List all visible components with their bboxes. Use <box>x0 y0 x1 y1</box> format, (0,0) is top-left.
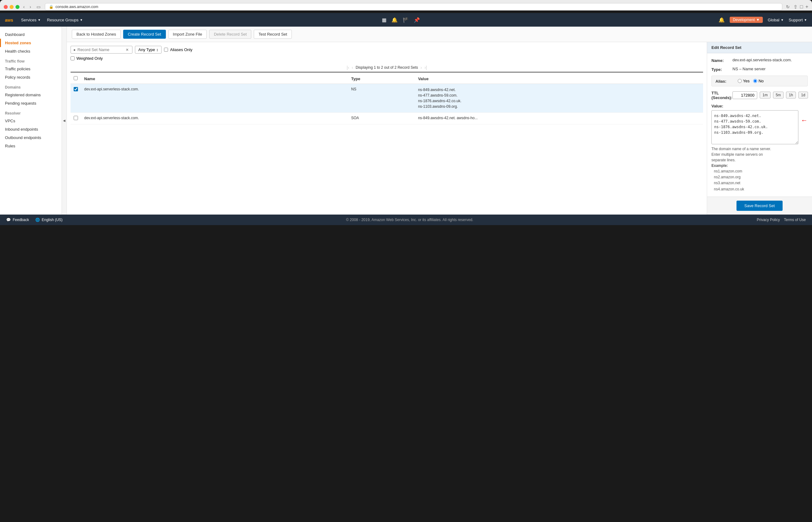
sidebar-item-inbound-endpoints[interactable]: Inbound endpoints <box>0 125 62 134</box>
back-nav-button[interactable]: ‹ <box>22 4 26 10</box>
row-1-checkbox[interactable] <box>74 87 78 91</box>
select-all-checkbox[interactable] <box>74 76 78 80</box>
ttl-1h-button[interactable]: 1h <box>786 92 796 98</box>
flag-icon[interactable]: 🏴 <box>402 17 409 23</box>
prev-page-icon[interactable]: ‹ <box>352 65 353 70</box>
sidebar-item-dashboard[interactable]: Dashboard <box>0 31 62 39</box>
sidebar-item-registered-domains[interactable]: Registered domains <box>0 91 62 99</box>
pin-icon[interactable]: 📌 <box>414 17 420 23</box>
table-row[interactable]: dev.ext-api.serverless-stack.com. SOA ns… <box>70 113 703 124</box>
terms-of-use-link[interactable]: Terms of Use <box>784 218 806 222</box>
value-textarea[interactable]: ns-849.awsdns-42.net. ns-477.awsdns-59.c… <box>711 110 798 144</box>
type-label: Type: <box>711 66 730 72</box>
support-arrow-icon: ▼ <box>804 18 807 22</box>
svg-text:aws: aws <box>5 18 13 23</box>
ttl-1m-button[interactable]: 1m <box>760 92 771 98</box>
url-text: console.aws.amazon.com <box>56 5 98 9</box>
browser-actions: ⇧ □ + <box>793 4 808 10</box>
services-arrow-icon: ▼ <box>38 18 41 22</box>
test-record-set-button[interactable]: Test Record Set <box>254 30 292 39</box>
import-zone-file-button[interactable]: Import Zone File <box>168 30 207 39</box>
first-page-icon[interactable]: |‹ <box>347 65 349 70</box>
language-button[interactable]: 🌐 English (US) <box>35 218 63 222</box>
services-nav[interactable]: Services ▼ <box>21 18 41 22</box>
aws-logo[interactable]: aws <box>5 17 15 23</box>
search-bar: ● ✕ Any Type ↕ Aliases Only <box>70 46 703 54</box>
edit-panel-body: Name: dev.ext-api.serverless-stack.com. … <box>707 53 812 197</box>
share-icon[interactable]: ⇧ <box>793 4 797 10</box>
search-icon: ● <box>73 48 76 52</box>
sidebar-item-rules[interactable]: Rules <box>0 142 62 150</box>
stack-icon[interactable]: ▦ <box>382 17 387 23</box>
search-input[interactable] <box>77 47 124 52</box>
row-2-checkbox[interactable] <box>74 116 78 120</box>
weighted-only-row: Weighted Only <box>70 56 703 61</box>
footer-left: 💬 Feedback 🌐 English (US) <box>6 218 63 222</box>
app-body: Dashboard Hosted zones Health checks Tra… <box>0 27 812 215</box>
sidebar-item-pending-requests[interactable]: Pending requests <box>0 99 62 107</box>
browser-chrome: ‹ › ▭ 🔒 console.aws.amazon.com ↻ ⇧ □ + <box>0 0 812 11</box>
alias-yes-option[interactable]: Yes <box>738 79 749 83</box>
tabs-icon[interactable]: □ <box>800 4 803 10</box>
weighted-checkbox[interactable] <box>70 56 75 60</box>
bell-icon[interactable]: 🔔 <box>392 17 398 23</box>
pagination-text: Displaying 1 to 2 out of 2 Record Sets <box>356 65 418 70</box>
sidebar-collapse-button[interactable]: ◄ <box>62 27 67 215</box>
sidebar-toggle-button[interactable]: ▭ <box>35 4 42 10</box>
environment-badge[interactable]: Development ▼ <box>730 17 763 23</box>
alias-label: Alias: <box>715 78 734 84</box>
notification-bell-icon[interactable]: 🔔 <box>719 17 725 23</box>
address-bar[interactable]: 🔒 console.aws.amazon.com <box>45 3 782 11</box>
edit-panel: Edit Record Set Name: dev.ext-api.server… <box>707 42 812 215</box>
aliases-checkbox[interactable] <box>164 48 168 52</box>
table-row[interactable]: dev.ext-api.serverless-stack.com. NS ns-… <box>70 84 703 113</box>
row-1-value: ns-849.awsdns-42.net.ns-477.awsdns-59.co… <box>415 84 703 113</box>
alias-no-label: No <box>758 79 764 83</box>
sidebar-item-hosted-zones[interactable]: Hosted zones <box>0 39 62 47</box>
type-label: Any Type <box>138 47 155 52</box>
ttl-5m-button[interactable]: 5m <box>773 92 784 98</box>
pagination: |‹ ‹ Displaying 1 to 2 out of 2 Record S… <box>70 63 703 73</box>
example-2: ns2.amazon.org <box>714 174 808 180</box>
sidebar-item-health-checks[interactable]: Health checks <box>0 47 62 55</box>
sidebar-section-traffic-flow: Traffic flow <box>0 55 62 65</box>
create-record-set-button[interactable]: Create Record Set <box>123 30 166 39</box>
back-to-hosted-zones-button[interactable]: Back to Hosted Zones <box>72 30 121 39</box>
global-nav[interactable]: Global ▼ <box>768 18 784 22</box>
search-clear-icon[interactable]: ✕ <box>126 48 129 52</box>
example-3: ns3.amazon.net <box>714 180 808 186</box>
feedback-button[interactable]: 💬 Feedback <box>6 218 29 222</box>
example-values: ns1.amazon.com ns2.amazon.org ns3.amazon… <box>711 168 808 192</box>
ttl-1d-button[interactable]: 1d <box>798 92 808 98</box>
next-page-icon[interactable]: › <box>420 65 422 70</box>
sidebar-item-traffic-policies[interactable]: Traffic policies <box>0 65 62 73</box>
col-header-name: Name <box>81 74 348 84</box>
sidebar-item-outbound-endpoints[interactable]: Outbound endpoints <box>0 134 62 142</box>
alias-no-radio[interactable] <box>753 79 757 83</box>
save-record-set-button[interactable]: Save Record Set <box>736 201 782 211</box>
save-btn-wrap: Save Record Set <box>707 197 812 215</box>
sidebar-item-policy-records[interactable]: Policy records <box>0 73 62 81</box>
support-nav[interactable]: Support ▼ <box>789 18 807 22</box>
hint-line1: The domain name of a name server. <box>711 147 771 151</box>
type-value: NS – Name server <box>732 66 766 71</box>
last-page-icon[interactable]: ›| <box>424 65 427 70</box>
close-button[interactable] <box>4 5 8 9</box>
ttl-input[interactable] <box>732 91 757 99</box>
global-arrow-icon: ▼ <box>781 18 784 22</box>
forward-nav-button[interactable]: › <box>28 4 33 10</box>
refresh-button[interactable]: ↻ <box>785 4 791 10</box>
type-select[interactable]: Any Type ↕ <box>135 46 162 54</box>
alias-yes-radio[interactable] <box>738 79 742 83</box>
fullscreen-button[interactable] <box>16 5 20 9</box>
privacy-policy-link[interactable]: Privacy Policy <box>756 218 780 222</box>
ttl-label: TTL (Seconds): <box>711 90 730 100</box>
add-tab-icon[interactable]: + <box>806 4 808 10</box>
sidebar-item-vpcs[interactable]: VPCs <box>0 117 62 125</box>
main-content: Back to Hosted Zones Create Record Set I… <box>67 27 812 215</box>
alias-no-option[interactable]: No <box>753 79 764 83</box>
resource-groups-nav[interactable]: Resource Groups ▼ <box>47 18 83 22</box>
minimize-button[interactable] <box>9 5 14 9</box>
alias-yes-label: Yes <box>743 79 749 83</box>
search-input-wrap[interactable]: ● ✕ <box>70 46 132 54</box>
